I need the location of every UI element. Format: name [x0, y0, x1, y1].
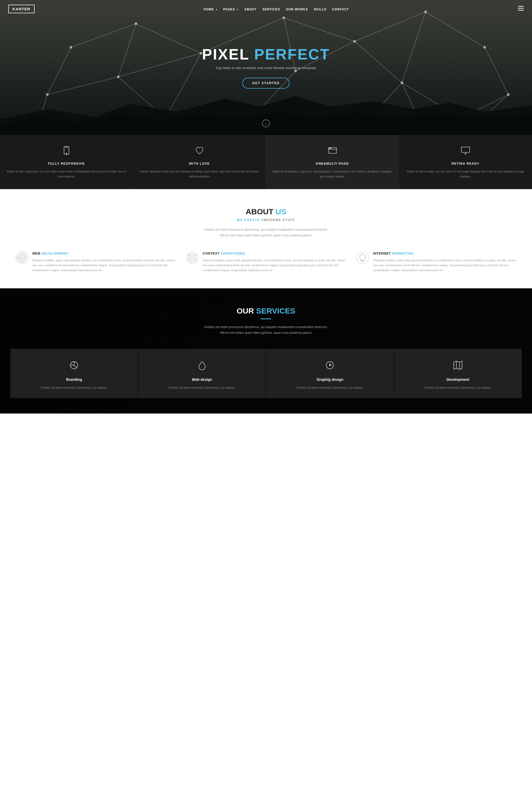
svg-line-5 [136, 24, 201, 53]
about-feature-webdev-title: WEB DEVELOPMENT [32, 251, 176, 255]
about-features: WEB DEVELOPMENT Praesent sodales, quam v… [16, 251, 516, 273]
svg-point-41 [117, 76, 119, 78]
navbar-logo[interactable]: KANTER [8, 5, 35, 13]
about-feature-webdev: WEB DEVELOPMENT Praesent sodales, quam v… [16, 251, 176, 273]
services-title: OUR SERVICES [11, 306, 521, 315]
map-icon [400, 360, 516, 373]
about-feature-marketing-content: INTERNET MARKETING Praesent sodales, qua… [373, 251, 516, 273]
feature-love-desc: Kanter developed with love and attention… [139, 169, 260, 179]
svg-point-37 [354, 40, 356, 43]
svg-rect-1 [518, 8, 524, 9]
about-title: ABOUT US [16, 207, 516, 216]
svg-line-7 [284, 18, 355, 41]
svg-line-13 [118, 53, 201, 77]
service-development-title: Development [400, 377, 516, 382]
nav-item-pages[interactable]: PAGES ▾ [223, 7, 239, 12]
feature-multipage: ONE&MULTI PAGE Made for developers, agen… [266, 135, 399, 189]
svg-line-75 [194, 254, 196, 256]
about-feature-advertising-content: CONTEXT ADVERTISING Praesent sodales, qu… [203, 251, 346, 273]
chevron-down-icon: ⌄ [264, 121, 268, 126]
nav-arrow-pages: ▾ [237, 8, 239, 11]
about-desc: Claritas est etiam processus dynamicus, … [201, 227, 331, 238]
svg-point-56 [66, 153, 67, 154]
nav-link-about[interactable]: ABOUT [244, 7, 256, 11]
feature-multipage-desc: Made for developers, agencies, photograp… [272, 169, 393, 179]
svg-rect-62 [461, 147, 470, 152]
services-title-text: OUR [236, 306, 256, 315]
feature-multipage-title: ONE&MULTI PAGE [272, 162, 393, 166]
nav-arrow-home: ▾ [216, 8, 217, 11]
svg-line-4 [71, 24, 136, 47]
svg-point-34 [135, 22, 137, 25]
hero-cta-button[interactable]: GET STARTED [242, 78, 290, 89]
services-desc: Claritas est etiam processus dynamicus, … [201, 324, 331, 336]
svg-line-19 [402, 12, 425, 83]
about-title-accent: US [276, 207, 286, 216]
service-development-desc: Claritas est etiam processus dynamicus, … [400, 385, 516, 390]
hero-title: PIXEL PERFECT [202, 47, 330, 62]
nav-link-pages[interactable]: PAGES ▾ [223, 7, 239, 11]
hero-content: PIXEL PERFECT Say hello to the smartest … [202, 47, 330, 89]
service-webdesign-desc: Claritas est etiam processus dynamicus, … [144, 385, 261, 390]
nav-item-about[interactable]: ABOUT [244, 7, 256, 12]
hero-scroll-button[interactable]: ⌄ [262, 119, 270, 127]
about-feature-marketing-desc: Praesent sodales, quam vitae gravida int… [373, 258, 516, 273]
svg-point-73 [190, 256, 194, 260]
service-webdesign: Web design Claritas est etiam processus … [138, 349, 266, 398]
service-webdesign-title: Web design [144, 377, 261, 382]
nav-item-ourworks[interactable]: OUR WORKS [286, 7, 308, 12]
svg-line-77 [194, 259, 196, 261]
services-content: OUR SERVICES Claritas est etiam processu… [11, 306, 521, 398]
feature-responsive-desc: Kanter is fully responsive, you can view… [6, 169, 127, 179]
about-feature-advertising: CONTEXT ADVERTISING Praesent sodales, qu… [186, 251, 346, 273]
nav-item-home[interactable]: HOME ▾ [204, 7, 217, 12]
feature-responsive: FULLY RESPONSIVE Kanter is fully respons… [0, 135, 133, 189]
svg-point-67 [21, 256, 23, 259]
services-title-accent: SERVICES [256, 306, 296, 315]
svg-rect-2 [518, 10, 524, 11]
about-subtitle: WE CREATE AWESOME STUFF [16, 218, 516, 222]
svg-point-60 [329, 148, 330, 149]
svg-point-87 [329, 365, 330, 366]
about-subtitle-text: AWESOME STUFF [260, 218, 296, 222]
services-divider [261, 319, 271, 319]
svg-point-33 [70, 46, 72, 48]
svg-point-66 [19, 255, 24, 260]
nav-link-contact[interactable]: CONTACT [332, 7, 349, 11]
heart-icon [139, 146, 260, 158]
nav-link-ourworks[interactable]: OUR WORKS [286, 7, 308, 11]
feature-love-title: WITH LOVE [139, 162, 260, 166]
service-graphicdesign: Graphig design Claritas est etiam proces… [266, 349, 394, 398]
browser-icon [272, 146, 393, 158]
svg-point-39 [483, 46, 486, 48]
service-development: Development Claritas est etiam processus… [394, 349, 522, 398]
nav-item-skills[interactable]: SKILLS [314, 7, 326, 12]
feature-retina: RETINA READY Kanter is retina ready, you… [399, 135, 532, 189]
nav-link-home[interactable]: HOME ▾ [204, 7, 217, 11]
service-graphicdesign-title: Graphig design [272, 377, 388, 382]
feature-responsive-title: FULLY RESPONSIVE [6, 162, 127, 166]
drop-icon [144, 360, 261, 373]
svg-point-61 [330, 148, 331, 149]
svg-line-12 [118, 24, 136, 77]
about-feature-marketing: INTERNET MARKETING Praesent sodales, qua… [356, 251, 516, 273]
nav-link-services[interactable]: SERVICES [262, 7, 280, 11]
service-branding-desc: Claritas est etiam processus dynamicus, … [16, 385, 132, 390]
target-icon [16, 251, 28, 264]
about-subtitle-accent: WE CREATE [237, 218, 260, 222]
hamburger-icon[interactable] [518, 6, 524, 12]
feature-retina-title: RETINA READY [405, 162, 526, 166]
nav-link-skills[interactable]: SKILLS [314, 7, 326, 11]
svg-line-76 [189, 259, 191, 261]
about-feature-webdev-content: WEB DEVELOPMENT Praesent sodales, quam v… [32, 251, 176, 273]
bulb-icon [356, 251, 369, 264]
about-feature-advertising-desc: Praesent sodales, quam vitae gravida int… [203, 258, 346, 273]
clock-icon [272, 360, 388, 373]
about-section: ABOUT US WE CREATE AWESOME STUFF Clarita… [0, 189, 532, 288]
nav-item-contact[interactable]: CONTACT [332, 7, 349, 12]
about-title-text: ABOUT [246, 207, 276, 216]
monitor-icon [405, 146, 526, 158]
nav-item-services[interactable]: SERVICES [262, 7, 280, 12]
svg-line-18 [355, 41, 402, 82]
hero-section: PIXEL PERFECT Say hello to the smartest … [0, 0, 532, 135]
